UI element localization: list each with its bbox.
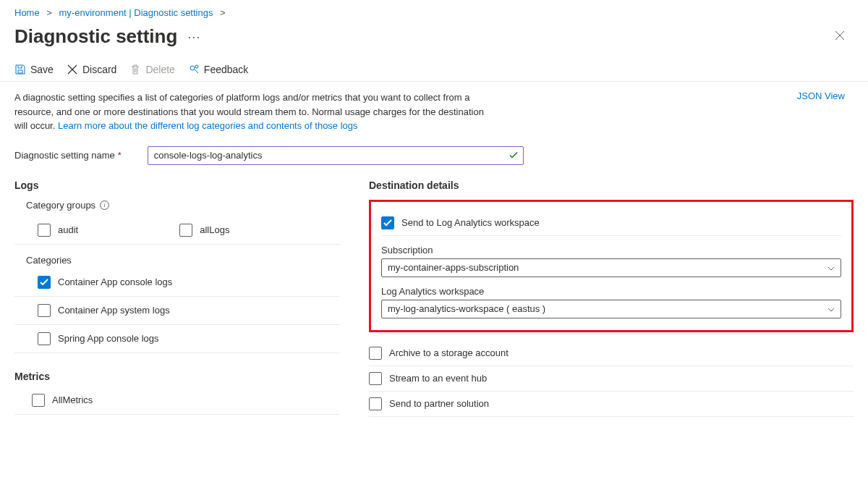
chevron-down-icon: [827, 263, 835, 272]
delete-button: Delete: [129, 64, 174, 75]
category-label-0: Container App console logs: [58, 277, 172, 287]
destination-title: Destination details: [369, 180, 854, 191]
eventhub-checkbox[interactable]: [369, 372, 382, 385]
more-icon[interactable]: ···: [187, 30, 200, 43]
feedback-label: Feedback: [204, 64, 248, 75]
discard-icon: [67, 64, 78, 75]
discard-button[interactable]: Discard: [67, 64, 116, 75]
json-view-link[interactable]: JSON View: [797, 90, 845, 101]
subscription-dropdown[interactable]: my-container-apps-subscription: [381, 258, 841, 277]
setting-name-input[interactable]: [148, 146, 524, 165]
audit-checkbox[interactable]: [38, 224, 51, 237]
allmetrics-checkbox[interactable]: [32, 394, 45, 407]
category-label-2: Spring App console logs: [58, 333, 158, 344]
breadcrumb-home[interactable]: Home: [14, 7, 40, 18]
required-asterisk: *: [118, 150, 122, 161]
chevron-right-icon: >: [220, 7, 226, 18]
log-analytics-highlight: Send to Log Analytics workspace Subscrip…: [369, 200, 854, 332]
alllogs-label: allLogs: [200, 224, 229, 235]
partner-checkbox[interactable]: [369, 397, 382, 410]
delete-label: Delete: [145, 64, 174, 75]
setting-name-label: Diagnostic setting name *: [14, 150, 122, 161]
category-checkbox-0[interactable]: [38, 276, 51, 289]
subscription-label: Subscription: [381, 245, 841, 256]
chevron-down-icon: [827, 305, 835, 313]
workspace-value: my-log-analytics-workspace ( eastus ): [388, 303, 545, 314]
delete-icon: [129, 64, 141, 75]
save-button[interactable]: Save: [14, 64, 54, 75]
check-icon: [509, 150, 518, 161]
workspace-label: Log Analytics workspace: [381, 286, 841, 297]
description-text: A diagnostic setting specifies a list of…: [14, 90, 492, 133]
archive-label: Archive to a storage account: [389, 347, 509, 358]
audit-label: audit: [58, 224, 78, 235]
alllogs-checkbox[interactable]: [179, 224, 192, 237]
partner-label: Send to partner solution: [389, 398, 489, 409]
feedback-icon: [188, 64, 200, 75]
chevron-right-icon: >: [46, 7, 52, 18]
archive-checkbox[interactable]: [369, 347, 382, 360]
learn-more-link[interactable]: Learn more about the different log categ…: [58, 120, 358, 131]
discard-label: Discard: [82, 64, 116, 75]
metrics-title: Metrics: [14, 371, 340, 382]
logs-title: Logs: [14, 180, 340, 191]
close-icon[interactable]: [832, 29, 848, 44]
workspace-dropdown[interactable]: my-log-analytics-workspace ( eastus ): [381, 300, 841, 318]
log-analytics-label: Send to Log Analytics workspace: [401, 217, 540, 228]
save-label: Save: [30, 64, 54, 75]
category-checkbox-2[interactable]: [38, 332, 51, 345]
category-checkbox-1[interactable]: [38, 304, 51, 317]
svg-point-0: [190, 66, 195, 70]
breadcrumb-env[interactable]: my-environment | Diagnostic settings: [59, 7, 213, 18]
categories-label: Categories: [26, 255, 340, 266]
category-groups-label: Category groups i: [26, 200, 340, 211]
subscription-value: my-container-apps-subscription: [388, 262, 519, 273]
breadcrumb: Home > my-environment | Diagnostic setti…: [0, 0, 868, 21]
category-label-1: Container App system logs: [58, 305, 170, 316]
allmetrics-label: AllMetrics: [52, 394, 93, 405]
eventhub-label: Stream to an event hub: [389, 373, 487, 384]
svg-point-1: [195, 65, 198, 68]
log-analytics-checkbox[interactable]: [381, 216, 394, 229]
feedback-button[interactable]: Feedback: [188, 64, 248, 75]
page-title: Diagnostic setting: [14, 25, 177, 48]
info-icon[interactable]: i: [100, 200, 109, 210]
save-icon: [14, 64, 26, 75]
